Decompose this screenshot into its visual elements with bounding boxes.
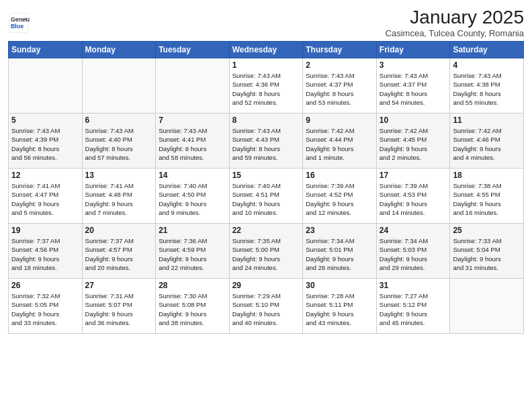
table-row: 17Sunrise: 7:39 AM Sunset: 4:53 PM Dayli… xyxy=(376,169,450,224)
col-wednesday: Wednesday xyxy=(229,42,303,58)
table-row xyxy=(156,58,230,113)
col-tuesday: Tuesday xyxy=(156,42,230,58)
header: General Blue January 2025 Casimcea, Tulc… xyxy=(8,7,524,38)
col-thursday: Thursday xyxy=(303,42,377,58)
day-number: 18 xyxy=(453,171,521,180)
day-detail: Sunrise: 7:43 AM Sunset: 4:36 PM Dayligh… xyxy=(232,71,300,107)
day-number: 14 xyxy=(159,171,226,180)
table-row: 13Sunrise: 7:41 AM Sunset: 4:48 PM Dayli… xyxy=(82,169,156,224)
day-detail: Sunrise: 7:41 AM Sunset: 4:48 PM Dayligh… xyxy=(85,181,153,217)
day-number: 22 xyxy=(232,226,300,235)
table-row: 5Sunrise: 7:43 AM Sunset: 4:39 PM Daylig… xyxy=(9,113,83,169)
day-detail: Sunrise: 7:40 AM Sunset: 4:50 PM Dayligh… xyxy=(159,181,226,217)
table-row: 1Sunrise: 7:43 AM Sunset: 4:36 PM Daylig… xyxy=(229,58,303,113)
day-detail: Sunrise: 7:43 AM Sunset: 4:40 PM Dayligh… xyxy=(85,126,153,162)
day-number: 26 xyxy=(11,281,79,290)
calendar-week-row: 19Sunrise: 7:37 AM Sunset: 4:56 PM Dayli… xyxy=(9,224,524,279)
day-number: 11 xyxy=(453,116,521,125)
table-row: 21Sunrise: 7:36 AM Sunset: 4:59 PM Dayli… xyxy=(156,224,230,279)
day-number: 7 xyxy=(159,116,226,125)
day-detail: Sunrise: 7:43 AM Sunset: 4:37 PM Dayligh… xyxy=(306,71,373,107)
calendar-week-row: 26Sunrise: 7:32 AM Sunset: 5:05 PM Dayli… xyxy=(9,279,524,334)
day-number: 24 xyxy=(380,226,447,235)
day-detail: Sunrise: 7:34 AM Sunset: 5:01 PM Dayligh… xyxy=(306,236,373,272)
day-number: 16 xyxy=(306,171,373,180)
col-monday: Monday xyxy=(82,42,156,58)
day-detail: Sunrise: 7:43 AM Sunset: 4:41 PM Dayligh… xyxy=(159,126,226,162)
day-number: 3 xyxy=(380,60,447,70)
table-row: 18Sunrise: 7:38 AM Sunset: 4:55 PM Dayli… xyxy=(450,169,524,224)
table-row: 25Sunrise: 7:33 AM Sunset: 5:04 PM Dayli… xyxy=(450,224,524,279)
day-detail: Sunrise: 7:40 AM Sunset: 4:51 PM Dayligh… xyxy=(232,181,300,217)
table-row: 22Sunrise: 7:35 AM Sunset: 5:00 PM Dayli… xyxy=(229,224,303,279)
day-detail: Sunrise: 7:32 AM Sunset: 5:05 PM Dayligh… xyxy=(11,291,79,327)
table-row: 16Sunrise: 7:39 AM Sunset: 4:52 PM Dayli… xyxy=(303,169,377,224)
svg-text:Blue: Blue xyxy=(11,23,24,30)
day-number: 6 xyxy=(85,116,153,125)
page-container: General Blue January 2025 Casimcea, Tulc… xyxy=(0,0,532,340)
day-number: 13 xyxy=(85,171,153,180)
day-number: 5 xyxy=(11,116,79,125)
table-row: 3Sunrise: 7:43 AM Sunset: 4:37 PM Daylig… xyxy=(376,58,450,113)
col-saturday: Saturday xyxy=(450,42,524,58)
table-row: 8Sunrise: 7:43 AM Sunset: 4:43 PM Daylig… xyxy=(229,113,303,169)
location-subtitle: Casimcea, Tulcea County, Romania xyxy=(386,28,524,38)
day-number: 2 xyxy=(306,60,373,70)
col-sunday: Sunday xyxy=(9,42,83,58)
calendar-week-row: 5Sunrise: 7:43 AM Sunset: 4:39 PM Daylig… xyxy=(9,113,524,169)
day-number: 1 xyxy=(232,60,300,70)
day-number: 21 xyxy=(159,226,226,235)
day-number: 10 xyxy=(380,116,447,125)
day-detail: Sunrise: 7:29 AM Sunset: 5:10 PM Dayligh… xyxy=(232,291,300,327)
day-number: 27 xyxy=(85,281,153,290)
table-row: 11Sunrise: 7:42 AM Sunset: 4:46 PM Dayli… xyxy=(450,113,524,169)
table-row: 31Sunrise: 7:27 AM Sunset: 5:12 PM Dayli… xyxy=(376,279,450,334)
day-detail: Sunrise: 7:42 AM Sunset: 4:46 PM Dayligh… xyxy=(453,126,521,162)
day-detail: Sunrise: 7:35 AM Sunset: 5:00 PM Dayligh… xyxy=(232,236,300,272)
day-number: 17 xyxy=(380,171,447,180)
day-number: 19 xyxy=(11,226,79,235)
day-detail: Sunrise: 7:31 AM Sunset: 5:07 PM Dayligh… xyxy=(85,291,153,327)
table-row: 14Sunrise: 7:40 AM Sunset: 4:50 PM Dayli… xyxy=(156,169,230,224)
table-row: 23Sunrise: 7:34 AM Sunset: 5:01 PM Dayli… xyxy=(303,224,377,279)
table-row xyxy=(9,58,83,113)
calendar-table: Sunday Monday Tuesday Wednesday Thursday… xyxy=(8,41,524,334)
calendar-week-row: 1Sunrise: 7:43 AM Sunset: 4:36 PM Daylig… xyxy=(9,58,524,113)
day-number: 20 xyxy=(85,226,153,235)
table-row: 7Sunrise: 7:43 AM Sunset: 4:41 PM Daylig… xyxy=(156,113,230,169)
day-number: 15 xyxy=(232,171,300,180)
day-number: 25 xyxy=(453,226,521,235)
day-detail: Sunrise: 7:43 AM Sunset: 4:38 PM Dayligh… xyxy=(453,71,521,107)
day-number: 30 xyxy=(306,281,373,290)
day-number: 4 xyxy=(453,60,521,70)
table-row: 9Sunrise: 7:42 AM Sunset: 4:44 PM Daylig… xyxy=(303,113,377,169)
table-row: 6Sunrise: 7:43 AM Sunset: 4:40 PM Daylig… xyxy=(82,113,156,169)
table-row: 12Sunrise: 7:41 AM Sunset: 4:47 PM Dayli… xyxy=(9,169,83,224)
day-number: 31 xyxy=(380,281,447,290)
month-title: January 2025 xyxy=(386,7,524,28)
day-number: 12 xyxy=(11,171,79,180)
table-row: 4Sunrise: 7:43 AM Sunset: 4:38 PM Daylig… xyxy=(450,58,524,113)
table-row: 26Sunrise: 7:32 AM Sunset: 5:05 PM Dayli… xyxy=(9,279,83,334)
table-row: 20Sunrise: 7:37 AM Sunset: 4:57 PM Dayli… xyxy=(82,224,156,279)
day-detail: Sunrise: 7:36 AM Sunset: 4:59 PM Dayligh… xyxy=(159,236,226,272)
day-detail: Sunrise: 7:43 AM Sunset: 4:43 PM Dayligh… xyxy=(232,126,300,162)
day-detail: Sunrise: 7:38 AM Sunset: 4:55 PM Dayligh… xyxy=(453,181,521,217)
day-detail: Sunrise: 7:37 AM Sunset: 4:56 PM Dayligh… xyxy=(11,236,79,272)
table-row: 29Sunrise: 7:29 AM Sunset: 5:10 PM Dayli… xyxy=(229,279,303,334)
table-row: 27Sunrise: 7:31 AM Sunset: 5:07 PM Dayli… xyxy=(82,279,156,334)
day-number: 28 xyxy=(159,281,226,290)
day-detail: Sunrise: 7:39 AM Sunset: 4:53 PM Dayligh… xyxy=(380,181,447,217)
day-detail: Sunrise: 7:28 AM Sunset: 5:11 PM Dayligh… xyxy=(306,291,373,327)
day-detail: Sunrise: 7:33 AM Sunset: 5:04 PM Dayligh… xyxy=(453,236,521,272)
calendar-header-row: Sunday Monday Tuesday Wednesday Thursday… xyxy=(9,42,524,58)
table-row: 28Sunrise: 7:30 AM Sunset: 5:08 PM Dayli… xyxy=(156,279,230,334)
table-row: 24Sunrise: 7:34 AM Sunset: 5:03 PM Dayli… xyxy=(376,224,450,279)
col-friday: Friday xyxy=(376,42,450,58)
table-row xyxy=(450,279,524,334)
day-number: 29 xyxy=(232,281,300,290)
table-row: 2Sunrise: 7:43 AM Sunset: 4:37 PM Daylig… xyxy=(303,58,377,113)
day-detail: Sunrise: 7:42 AM Sunset: 4:45 PM Dayligh… xyxy=(380,126,447,162)
table-row: 30Sunrise: 7:28 AM Sunset: 5:11 PM Dayli… xyxy=(303,279,377,334)
title-block: January 2025 Casimcea, Tulcea County, Ro… xyxy=(386,7,524,38)
